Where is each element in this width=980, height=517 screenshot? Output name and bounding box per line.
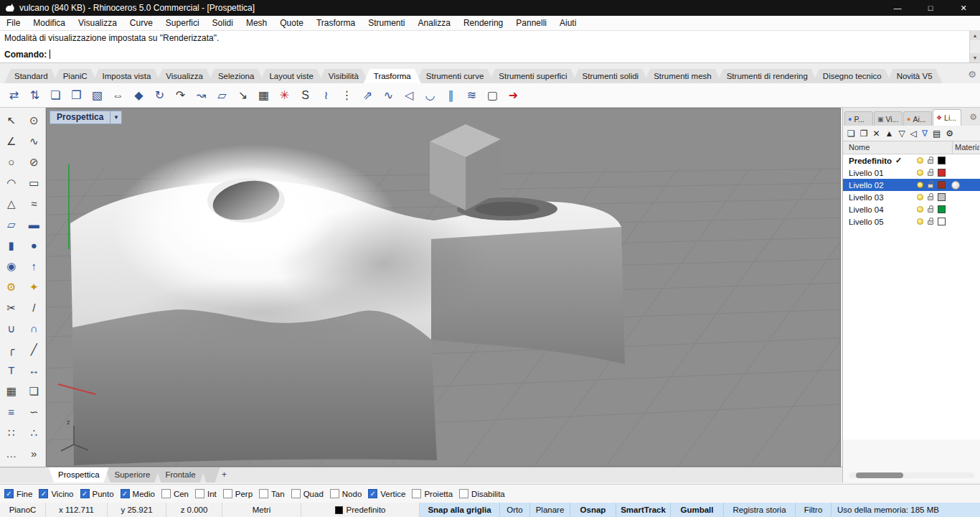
sweep-icon[interactable]: ∽ [23, 401, 46, 422]
menu-item-curve[interactable]: Curve [123, 17, 159, 29]
menu-item-mesh[interactable]: Mesh [240, 17, 273, 29]
minimize-button[interactable]: — [881, 0, 914, 16]
layer-lock-icon[interactable] [928, 159, 933, 164]
box-icon[interactable]: ▮ [0, 235, 23, 256]
new-layer-icon[interactable]: ❏ [847, 129, 855, 139]
polar-array-icon[interactable]: ✳ [278, 88, 291, 102]
orient-icon[interactable]: ↷ [174, 88, 187, 102]
viewport-tab-frontale[interactable]: Frontale [156, 467, 204, 483]
menu-item-modifica[interactable]: Modifica [27, 17, 72, 29]
text-icon[interactable]: T [0, 360, 23, 381]
toolbar-tab-visibilita[interactable]: Visibilità [319, 69, 369, 83]
command-scrollbar[interactable]: ▲ ▼ [969, 31, 980, 62]
osnap-disabilita-checkbox[interactable] [459, 489, 468, 498]
trim-icon[interactable]: ✂ [0, 297, 23, 318]
chevron-down-icon[interactable]: ▼ [110, 111, 122, 124]
toggle-smarttrack[interactable]: SmartTrack [616, 503, 671, 517]
layer-visibility-bulb-icon[interactable] [917, 157, 923, 164]
toolbar-tab-visualizza[interactable]: Visualizza [156, 69, 213, 83]
menu-item-file[interactable]: File [0, 17, 27, 29]
command-input[interactable]: Comando: [0, 45, 980, 61]
point-cloud-icon[interactable]: ∴ [23, 422, 46, 443]
layer-lock-icon[interactable] [928, 196, 933, 200]
menu-item-quote[interactable]: Quote [273, 17, 310, 29]
fillet-icon[interactable]: ╭ [0, 339, 23, 360]
toolbar-tab-layout-viste[interactable]: Layout viste [259, 69, 323, 83]
layer-visibility-bulb-icon[interactable] [917, 206, 923, 213]
statusbar-current-layer[interactable]: Predefinito [301, 503, 420, 517]
osnap-tan-checkbox[interactable] [259, 489, 268, 498]
tab-livelli[interactable]: ❖ Li... [933, 109, 961, 126]
viewport-canvas[interactable]: z [47, 108, 840, 466]
menu-item-visualizza[interactable]: Visualizza [72, 17, 123, 29]
twist-icon[interactable]: S [298, 89, 312, 102]
layer-row[interactable]: Livello 01 [843, 167, 980, 179]
layer-row[interactable]: Livello 03 [843, 191, 980, 203]
scale-icon[interactable]: ⇗ [361, 88, 374, 102]
bend-icon[interactable]: ≀ [319, 88, 333, 102]
dimension-icon[interactable]: ↔ [23, 360, 46, 381]
expand-icon[interactable]: » [23, 443, 46, 464]
scrollbar-thumb[interactable] [856, 472, 903, 478]
delete-layer-icon[interactable]: ✕ [873, 129, 880, 139]
toggle-snap-griglia[interactable]: Snap alla griglia [420, 503, 500, 517]
taper-icon[interactable]: ◁ [402, 88, 416, 102]
menu-item-superfici[interactable]: Superfici [159, 17, 206, 29]
toggle-orto[interactable]: Orto [500, 503, 530, 517]
collapse-icon[interactable]: ◁ [910, 129, 917, 139]
statusbar-cplane[interactable]: PianoC [0, 503, 46, 517]
layer-visibility-bulb-icon[interactable] [917, 182, 923, 188]
viewport[interactable]: z Prospettica ▼ [46, 108, 841, 467]
layer-color-swatch[interactable] [938, 193, 946, 201]
toggle-planare[interactable]: Planare [530, 503, 570, 517]
layer-tools-icon[interactable]: ⚙ [946, 129, 953, 139]
rotate-3d-icon[interactable]: ↻ [153, 88, 166, 102]
osnap-proietta-checkbox[interactable] [412, 489, 421, 498]
rotate-icon[interactable]: ◆ [132, 88, 146, 102]
toolbar-tab-strumenti-mesh[interactable]: Strumenti mesh [644, 69, 722, 83]
orient-on-surface-icon[interactable]: ↝ [194, 88, 208, 102]
osnap-int-checkbox[interactable] [195, 489, 204, 498]
layer-list-icon[interactable]: ▤ [933, 129, 941, 139]
toggle-registra-storia[interactable]: Registra storia [724, 503, 796, 517]
move-icon[interactable]: ⇄ [7, 88, 21, 102]
toggle-gumball[interactable]: Gumball [671, 503, 724, 517]
split-icon[interactable]: / [23, 297, 46, 318]
tab-visualizza[interactable]: ▣ Vi... [874, 111, 903, 126]
layer-color-swatch[interactable] [938, 181, 946, 189]
new-sublayer-icon[interactable]: ❐ [860, 129, 868, 139]
layer-lock-icon[interactable] [928, 220, 933, 225]
select-points-icon[interactable]: ⊙ [23, 110, 46, 131]
linear-array-icon[interactable]: ⋮ [340, 88, 354, 102]
mirror-icon[interactable]: ⇔ [111, 89, 125, 102]
sphere-icon[interactable]: ● [23, 235, 46, 256]
surface-corner-points-icon[interactable]: ▱ [0, 214, 23, 235]
filter-icon[interactable]: ∇ [922, 129, 928, 139]
toolbar-tab-imposta-vista[interactable]: Imposta vista [93, 69, 161, 83]
toolbar-tab-trasforma[interactable]: Trasforma [364, 69, 421, 83]
close-button[interactable]: ✕ [947, 0, 980, 16]
circle-icon[interactable]: ○ [0, 152, 23, 172]
cage-edit-icon[interactable]: ▢ [486, 88, 499, 102]
layer-row[interactable]: Livello 04 [843, 203, 980, 215]
flow-icon[interactable]: ∿ [382, 88, 395, 102]
plane-icon[interactable]: ▬ [23, 214, 46, 235]
layer-row[interactable]: Livello 02 [843, 179, 980, 191]
squish-icon[interactable]: ➜ [507, 88, 520, 102]
smooth-icon[interactable]: ≋ [465, 88, 479, 102]
smash-icon[interactable]: ∥ [444, 88, 458, 102]
osnap-fine-checkbox[interactable]: ✓ [4, 489, 14, 498]
statusbar-units[interactable]: Metri [222, 503, 301, 517]
maximize-button[interactable]: □ [914, 0, 947, 16]
osnap-medio-checkbox[interactable]: ✓ [121, 489, 130, 498]
layer-color-swatch[interactable] [938, 218, 946, 225]
layer-row[interactable]: Livello 05 [843, 215, 980, 228]
layer-lock-icon[interactable] [928, 184, 933, 188]
osnap-punto-checkbox[interactable]: ✓ [80, 489, 90, 498]
layer-color-swatch[interactable] [938, 205, 946, 213]
osnap-vicino-checkbox[interactable]: ✓ [39, 489, 48, 498]
viewport-tab-superiore[interactable]: Superiore [105, 467, 160, 483]
layer-row[interactable]: Predefinito ✓ [843, 154, 980, 167]
box-edit-icon[interactable]: ▧ [90, 88, 104, 102]
layer-color-swatch[interactable] [938, 169, 946, 177]
